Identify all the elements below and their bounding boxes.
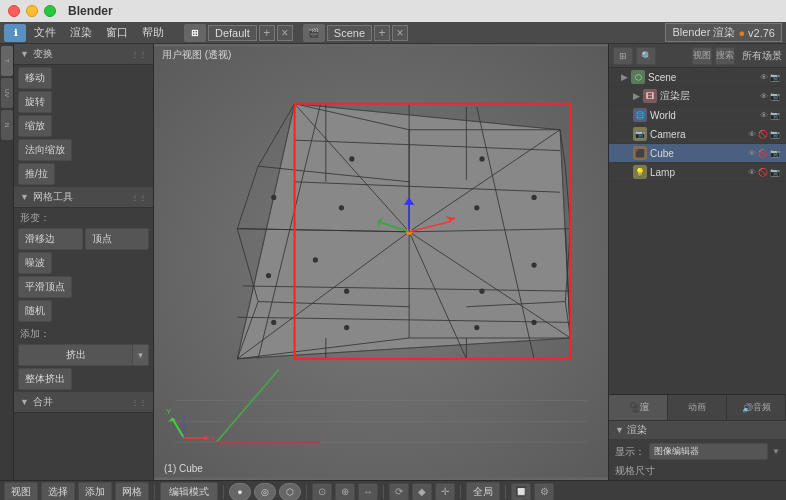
left-panel: ▼ 变换 ⋮⋮ 移动 旋转 缩放 法向缩放 推/拉 ▼ 网格工具 ⋮⋮ 形变： … — [14, 44, 154, 480]
minimize-button[interactable] — [26, 5, 38, 17]
rl-render-icon[interactable]: 📷 — [770, 92, 780, 101]
mirror-btn[interactable]: ↔ — [358, 483, 378, 501]
tree-item-renderlayer[interactable]: ▶ 🎞 渲染层 👁 📷 — [609, 87, 786, 106]
scene-icon[interactable]: 🎬 — [303, 24, 325, 42]
scene-name: Scene — [648, 72, 676, 83]
push-pull-button[interactable]: 推/拉 — [18, 163, 55, 185]
svg-point-62 — [531, 263, 536, 268]
scene-selector[interactable]: Scene — [327, 25, 372, 41]
fullscreen-btn[interactable]: 全局 — [466, 482, 500, 501]
tree-item-lamp[interactable]: 💡 Lamp 👁 🚫 📷 — [609, 163, 786, 182]
edge-mode-btn[interactable]: ◎ — [254, 483, 276, 501]
render-tab-icon: 🎥 — [628, 402, 640, 413]
bottom-tab-add[interactable]: 添加 — [78, 482, 112, 501]
lamp-eye-icon[interactable]: 👁 — [748, 168, 756, 177]
vertex-slide-button[interactable]: 顶点 — [85, 228, 150, 250]
scene-eye-icon[interactable]: 👁 — [760, 73, 768, 82]
vertex-mode-btn[interactable]: ● — [229, 483, 251, 501]
rotate-button[interactable]: 旋转 — [18, 91, 52, 113]
view-icon[interactable]: ⊞ — [184, 24, 206, 42]
scene-tree-icon: ⬡ — [631, 70, 645, 84]
lamp-restrict-icon[interactable]: 🚫 — [758, 168, 768, 177]
vtab-tools[interactable]: T — [1, 46, 13, 76]
engine-selector[interactable]: Blender 渲染 ● v2.76 — [665, 23, 782, 42]
noise-button[interactable]: 噪波 — [18, 252, 52, 274]
mesh-tools-header[interactable]: ▼ 网格工具 ⋮⋮ — [14, 187, 153, 208]
extrude-row: 挤出 ▼ — [18, 344, 149, 366]
lamp-render-icon[interactable]: 📷 — [770, 168, 780, 177]
close-button[interactable] — [8, 5, 20, 17]
audio-tab-icon: 🔊 — [742, 403, 753, 413]
add-scene-button[interactable]: + — [374, 25, 390, 41]
transform-section-header[interactable]: ▼ 变换 ⋮⋮ — [14, 44, 153, 65]
edit-mode-button[interactable]: 编辑模式 — [160, 482, 218, 501]
prop-tab-audio[interactable]: 🔊 音频 — [727, 395, 786, 420]
prop-tab-anim[interactable]: 动画 — [668, 395, 727, 420]
pivot-btn[interactable]: ◆ — [412, 483, 432, 501]
rl-eye-icon[interactable]: 👁 — [760, 92, 768, 101]
extrude-dropdown[interactable]: ▼ — [133, 344, 149, 366]
tree-expand-scene[interactable]: ▶ — [621, 72, 628, 82]
collapse-icon: ▼ — [20, 49, 29, 59]
random-button[interactable]: 随机 — [18, 300, 52, 322]
add-layout-button[interactable]: + — [259, 25, 275, 41]
close-scene-button[interactable]: × — [392, 25, 408, 41]
bottom-tab-select[interactable]: 选择 — [41, 482, 75, 501]
manipulator-btn[interactable]: ✛ — [435, 483, 455, 501]
cam-eye-icon[interactable]: 👁 — [748, 130, 756, 139]
vtab-misc[interactable]: N — [1, 110, 13, 140]
vtab-uv[interactable]: UV — [1, 78, 13, 108]
layout-selector[interactable]: Default — [208, 25, 257, 41]
tree-item-camera[interactable]: 📷 Camera 👁 🚫 📷 — [609, 125, 786, 144]
menu-help[interactable]: 帮助 — [136, 23, 170, 42]
extrude-button[interactable]: 挤出 — [18, 344, 133, 366]
cube-render-icon[interactable]: 📷 — [770, 149, 780, 158]
gamepad-btn[interactable]: ⚙ — [534, 483, 554, 501]
viewport-3d[interactable]: 用户视图 (透视) — [154, 44, 608, 480]
bottom-tab-view[interactable]: 视图 — [4, 482, 38, 501]
tree-item-world[interactable]: 🌐 World 👁 📷 — [609, 106, 786, 125]
cam-restrict-icon[interactable]: 🚫 — [758, 130, 768, 139]
render-overlay-btn[interactable]: 🔲 — [511, 483, 531, 501]
proportional-edit-btn[interactable]: ⊙ — [312, 483, 332, 501]
tree-item-cube[interactable]: ⬛ Cube 👁 🚫 📷 — [609, 144, 786, 163]
transform-btn[interactable]: ⟳ — [389, 483, 409, 501]
right-search-icon[interactable]: 🔍 — [636, 47, 656, 65]
scene-render-icon[interactable]: 📷 — [770, 73, 780, 82]
bottom-tab-mesh[interactable]: 网格 — [115, 482, 149, 501]
right-tab-views[interactable]: 视图 — [692, 47, 712, 65]
cube-restrict-icon[interactable]: 🚫 — [758, 149, 768, 158]
close-layout-button[interactable]: × — [277, 25, 293, 41]
menu-render[interactable]: 渲染 — [64, 23, 98, 42]
blender-logo: ● — [738, 27, 745, 39]
display-dropdown-arrow[interactable]: ▼ — [772, 447, 780, 456]
tree-item-scene[interactable]: ▶ ⬡ Scene 👁 📷 — [609, 68, 786, 87]
world-eye-icon[interactable]: 👁 — [760, 111, 768, 120]
svg-marker-6 — [237, 104, 570, 359]
world-render-icon[interactable]: 📷 — [770, 111, 780, 120]
cam-render-icon[interactable]: 📷 — [770, 130, 780, 139]
smooth-vertex-button[interactable]: 平滑顶点 — [18, 276, 72, 298]
extrude-all-button[interactable]: 整体挤出 — [18, 368, 72, 390]
slide-edge-button[interactable]: 滑移边 — [18, 228, 83, 250]
render-section-hdr[interactable]: ▼ 渲染 — [609, 421, 786, 439]
prop-tab-render[interactable]: 🎥 渲 — [609, 395, 668, 420]
snap-btn[interactable]: ⊕ — [335, 483, 355, 501]
cube-eye-icon[interactable]: 👁 — [748, 149, 756, 158]
right-view-icon[interactable]: ⊞ — [613, 47, 633, 65]
move-button[interactable]: 移动 — [18, 67, 52, 89]
expand-renderlayer[interactable]: ▶ — [633, 91, 640, 101]
maximize-button[interactable] — [44, 5, 56, 17]
display-selector[interactable]: 图像编辑器 — [649, 443, 768, 460]
normal-scale-button[interactable]: 法向缩放 — [18, 139, 72, 161]
face-mode-btn[interactable]: ⬡ — [279, 483, 301, 501]
lamp-vis-icons: 👁 🚫 📷 — [748, 168, 780, 177]
info-icon[interactable]: ℹ — [4, 24, 26, 42]
renderlayer-name: 渲染层 — [660, 89, 690, 103]
scale-button[interactable]: 缩放 — [18, 115, 52, 137]
menu-window[interactable]: 窗口 — [100, 23, 134, 42]
menu-file[interactable]: 文件 — [28, 23, 62, 42]
right-tab-search[interactable]: 搜索 — [715, 47, 735, 65]
transform-label: 变换 — [33, 47, 53, 61]
combine-section-header[interactable]: ▼ 合并 ⋮⋮ — [14, 392, 153, 413]
